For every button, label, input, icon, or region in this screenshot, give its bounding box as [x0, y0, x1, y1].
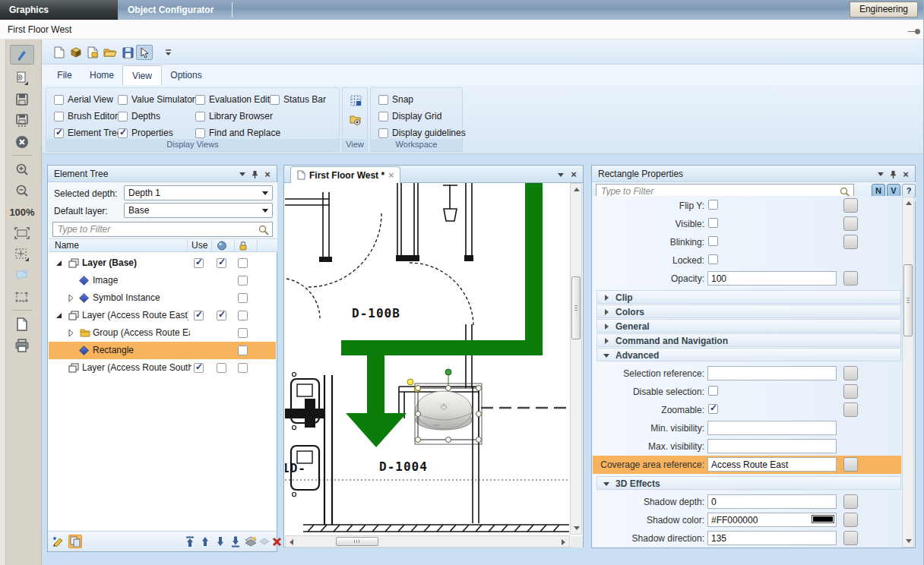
canvas-horizontal-scrollbar[interactable]	[285, 535, 570, 548]
expander-expanded-icon[interactable]	[56, 260, 62, 266]
visible-checkbox[interactable]	[217, 258, 226, 268]
reference-button[interactable]	[843, 457, 858, 472]
visible-checkbox[interactable]	[708, 218, 718, 228]
visible-checkbox[interactable]	[217, 311, 226, 320]
scroll-up-button[interactable]	[903, 198, 913, 208]
visible-checkbox[interactable]	[217, 363, 226, 373]
qat-open-button[interactable]	[102, 45, 119, 60]
checkbox-depths[interactable]: Depths	[118, 110, 160, 122]
use-checkbox[interactable]	[194, 363, 204, 373]
reference-button[interactable]	[843, 235, 858, 249]
checkbox-status-bar[interactable]: Status Bar	[270, 93, 326, 106]
comment-tool-button[interactable]	[10, 266, 34, 286]
close-document-icon[interactable]: ×	[568, 169, 579, 179]
reference-button[interactable]	[843, 513, 858, 527]
min-visibility-input[interactable]	[707, 421, 837, 435]
qat-new-button[interactable]	[51, 45, 68, 60]
close-icon[interactable]: ×	[900, 169, 911, 179]
category-general[interactable]: General	[596, 319, 901, 333]
column-use[interactable]: Use	[191, 239, 207, 253]
filter-input[interactable]	[56, 223, 254, 235]
max-visibility-input[interactable]	[707, 439, 837, 453]
view-folder-button[interactable]	[347, 112, 364, 128]
scroll-right-button[interactable]	[559, 537, 568, 547]
ribbon-tab-home[interactable]: Home	[81, 65, 122, 85]
ribbon-tab-options[interactable]: Options	[162, 65, 210, 85]
pin-icon[interactable]	[249, 169, 260, 179]
ribbon-tab-view[interactable]: View	[122, 65, 162, 85]
checkbox-find-and-replace[interactable]: Find and Replace	[195, 127, 280, 139]
lock-checkbox[interactable]	[238, 258, 248, 268]
tree-row-rectangle[interactable]: Rectangle	[49, 342, 276, 359]
reference-button[interactable]	[843, 216, 858, 231]
checkbox-value-simulator[interactable]: Value Simulator	[118, 93, 195, 106]
reference-button[interactable]	[843, 366, 858, 380]
category-colors[interactable]: Colors	[596, 305, 901, 318]
category-clip[interactable]: Clip	[596, 290, 901, 304]
panel-menu-button[interactable]	[237, 169, 248, 179]
print-button[interactable]	[10, 336, 34, 355]
scroll-down-button[interactable]	[571, 523, 581, 533]
checkbox-display-grid[interactable]: Display Grid	[378, 110, 441, 122]
lock-checkbox[interactable]	[238, 346, 248, 355]
move-to-top-button[interactable]	[183, 535, 197, 548]
delete-button[interactable]	[270, 535, 283, 548]
flatten-layers-button[interactable]	[244, 535, 258, 548]
zoom-level-indicator[interactable]: 100%	[10, 202, 34, 222]
canvas-vertical-scrollbar[interactable]	[570, 183, 582, 535]
use-checkbox[interactable]	[194, 258, 204, 268]
close-icon[interactable]: ×	[262, 169, 273, 179]
smoke-detector-symbol[interactable]	[416, 391, 472, 430]
category-command-navigation[interactable]: Command and Navigation	[596, 333, 901, 347]
reference-button[interactable]	[843, 271, 858, 286]
qat-select-tool-button[interactable]	[136, 45, 153, 60]
scrollbar-thumb[interactable]	[336, 537, 378, 546]
coverage-area-input[interactable]	[707, 457, 837, 472]
reference-button[interactable]	[843, 402, 858, 417]
disable-selection-checkbox[interactable]	[708, 386, 718, 396]
tab-graphics[interactable]: Graphics	[0, 0, 118, 20]
tree-row-symbol-instance[interactable]: Symbol Instance	[49, 289, 276, 307]
tab-object-configurator[interactable]: Object Configurator	[120, 0, 214, 20]
panel-menu-button[interactable]	[875, 169, 886, 179]
anchor-handle[interactable]	[407, 379, 413, 385]
qat-overflow-button[interactable]	[160, 45, 176, 60]
zoomable-checkbox[interactable]	[708, 404, 718, 414]
tree-row-layer-access-route-south[interactable]: Layer (Access Route South)	[49, 359, 276, 377]
lock-checkbox[interactable]	[238, 293, 248, 303]
pin-icon[interactable]	[888, 169, 898, 179]
lock-checkbox[interactable]	[238, 328, 248, 338]
tree-row-layer-base[interactable]: Layer (Base)	[49, 254, 276, 272]
lock-checkbox[interactable]	[238, 311, 248, 320]
splitter-handle-icon[interactable]	[908, 29, 920, 34]
selected-depth-dropdown[interactable]: Depth 1	[124, 185, 273, 200]
zoom-out-button[interactable]	[10, 181, 34, 200]
scrollbar-thumb[interactable]	[571, 276, 581, 339]
qat-export-button[interactable]	[84, 45, 101, 60]
scroll-left-button[interactable]	[286, 537, 296, 547]
flip-y-checkbox[interactable]	[708, 200, 718, 210]
category-3d-effects[interactable]: 3D Effects	[596, 476, 901, 490]
color-swatch[interactable]	[812, 515, 834, 523]
checkbox-properties[interactable]: Properties	[118, 127, 173, 139]
expander-collapsed-icon[interactable]	[68, 329, 74, 337]
locked-checkbox[interactable]	[708, 254, 718, 264]
drawing-viewport[interactable]: D-100B D-1004 1D-	[285, 183, 569, 535]
checkbox-display-guidelines[interactable]: Display guidelines	[378, 127, 466, 139]
checkbox-evaluation-editor[interactable]: Evaluation Editor	[195, 93, 278, 106]
page-setup-button[interactable]	[10, 314, 34, 334]
checkbox-library-browser[interactable]: Library Browser	[195, 110, 273, 122]
expander-expanded-icon[interactable]	[56, 313, 62, 318]
default-layer-dropdown[interactable]: Base	[124, 203, 273, 218]
column-name[interactable]: Name	[55, 239, 79, 253]
reference-button[interactable]	[843, 494, 858, 509]
scroll-down-button[interactable]	[903, 536, 913, 546]
reference-button[interactable]	[843, 384, 858, 399]
edit-tool-button[interactable]	[52, 535, 65, 548]
qat-import-button[interactable]	[68, 45, 84, 60]
qat-save-button[interactable]	[119, 45, 136, 60]
move-to-bottom-button[interactable]	[229, 535, 242, 548]
tab-list-button[interactable]	[555, 170, 566, 180]
shadow-direction-input[interactable]	[707, 531, 837, 545]
ribbon-tab-file[interactable]: File	[48, 65, 81, 85]
